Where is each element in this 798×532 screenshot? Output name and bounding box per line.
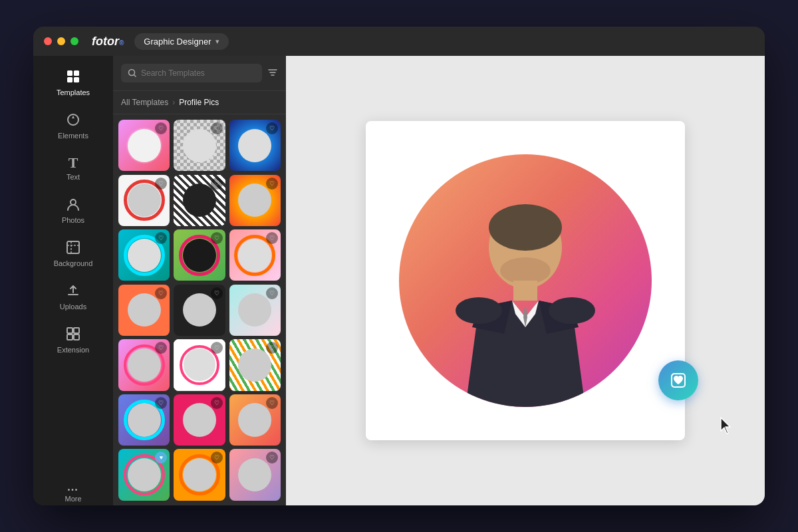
template-card[interactable]: ♡ xyxy=(118,120,170,171)
filter-icon[interactable] xyxy=(267,67,278,80)
app-window: fotor® Graphic Designer ▾ Templ xyxy=(33,27,765,505)
sidebar-item-elements[interactable]: Elements xyxy=(33,106,113,146)
template-panel: All Templates › Profile Pics ♡ xyxy=(113,56,286,505)
svg-rect-10 xyxy=(74,334,79,340)
uploads-icon xyxy=(66,283,80,300)
svg-rect-6 xyxy=(67,241,79,253)
templates-icon xyxy=(66,69,80,86)
heart-badge: ♡ xyxy=(266,287,278,299)
template-card[interactable]: ♡ xyxy=(229,229,281,281)
heart-badge: ♡ xyxy=(266,397,278,409)
extension-icon xyxy=(66,327,80,343)
heart-icon xyxy=(669,371,688,390)
sidebar-item-photos[interactable]: Photos xyxy=(33,190,113,231)
text-icon: T xyxy=(68,156,78,170)
heart-badge: ♡ xyxy=(155,287,167,299)
titlebar: fotor® Graphic Designer ▾ xyxy=(33,27,765,56)
heart-badge: ♡ xyxy=(211,452,223,464)
app-body: Templates Elements T Text xyxy=(33,56,765,505)
heart-badge: ♡ xyxy=(266,232,278,244)
breadcrumb-current: Profile Pics xyxy=(179,98,219,107)
sidebar-item-text[interactable]: T Text xyxy=(33,149,113,188)
svg-rect-15 xyxy=(513,281,537,301)
svg-rect-2 xyxy=(67,77,72,82)
sidebar-item-templates-label: Templates xyxy=(57,88,90,96)
svg-rect-1 xyxy=(74,70,79,76)
more-label: More xyxy=(65,495,81,503)
profile-circle xyxy=(399,154,652,407)
svg-point-16 xyxy=(456,297,502,324)
template-grid: ♡ ♡ ♡ xyxy=(113,114,286,505)
svg-point-17 xyxy=(549,297,595,324)
sidebar-item-background-label: Background xyxy=(54,259,93,267)
sidebar-item-extension[interactable]: Extension xyxy=(33,320,113,360)
template-card[interactable]: ♡ xyxy=(229,285,281,336)
template-card[interactable]: ♡ xyxy=(118,394,170,446)
maximize-button[interactable] xyxy=(70,37,78,45)
svg-rect-3 xyxy=(74,77,79,82)
svg-point-13 xyxy=(489,204,562,251)
template-card[interactable]: ♥ xyxy=(118,449,170,500)
sidebar-item-uploads-label: Uploads xyxy=(60,303,86,311)
breadcrumb: All Templates › Profile Pics xyxy=(113,91,286,114)
app-mode-selector[interactable]: Graphic Designer ▾ xyxy=(134,33,228,50)
sidebar: Templates Elements T Text xyxy=(33,56,113,505)
sidebar-item-text-label: Text xyxy=(66,173,80,181)
sidebar-item-background[interactable]: Background xyxy=(33,233,113,274)
app-mode-label: Graphic Designer xyxy=(144,37,211,47)
template-card[interactable]: ♡ xyxy=(118,339,170,390)
heart-badge: ♡ xyxy=(211,178,223,190)
template-card[interactable]: ♡ xyxy=(118,229,170,281)
person-illustration xyxy=(426,194,625,407)
chevron-down-icon: ▾ xyxy=(215,37,219,46)
template-card[interactable]: ♡ xyxy=(174,285,225,336)
heart-badge: ♡ xyxy=(266,122,278,134)
search-box[interactable] xyxy=(121,64,262,82)
breadcrumb-all-templates[interactable]: All Templates xyxy=(121,98,168,107)
cursor xyxy=(718,416,734,438)
template-card[interactable]: ♡ xyxy=(229,175,281,226)
elements-icon xyxy=(66,112,80,129)
svg-rect-0 xyxy=(67,70,72,76)
template-card[interactable]: ♡ xyxy=(118,285,170,336)
heart-badge: ♡ xyxy=(155,178,167,190)
more-options[interactable]: ••• More xyxy=(65,486,81,503)
canvas-card xyxy=(366,121,685,440)
minimize-button[interactable] xyxy=(57,37,65,45)
logo: fotor® xyxy=(92,35,124,49)
sidebar-item-extension-label: Extension xyxy=(57,346,89,354)
search-bar xyxy=(113,56,286,91)
save-favorite-button[interactable] xyxy=(658,360,698,400)
template-card[interactable]: ♡ xyxy=(174,339,225,390)
svg-point-5 xyxy=(70,200,76,205)
heart-badge: ♡ xyxy=(211,342,223,354)
heart-badge: ♡ xyxy=(211,287,223,299)
svg-point-14 xyxy=(500,257,551,284)
template-card[interactable]: ♡ xyxy=(174,449,225,500)
close-button[interactable] xyxy=(44,37,52,45)
heart-badge: ♡ xyxy=(211,397,223,409)
canvas-area xyxy=(286,56,765,505)
heart-badge: ♡ xyxy=(266,178,278,190)
heart-badge: ♡ xyxy=(211,232,223,244)
heart-badge: ♡ xyxy=(211,122,223,134)
template-card[interactable]: ♡ xyxy=(174,175,225,226)
svg-rect-7 xyxy=(67,328,72,333)
background-icon xyxy=(66,240,80,257)
template-card[interactable]: ♡ xyxy=(174,394,225,446)
template-card[interactable]: ♡ xyxy=(229,120,281,171)
sidebar-item-elements-label: Elements xyxy=(58,132,88,140)
breadcrumb-separator: › xyxy=(172,98,175,107)
search-input[interactable] xyxy=(141,68,255,78)
template-card[interactable]: ♡ xyxy=(174,229,225,281)
template-card[interactable]: ♡ xyxy=(174,120,225,171)
sidebar-item-uploads[interactable]: Uploads xyxy=(33,277,113,317)
svg-rect-8 xyxy=(74,328,79,333)
template-card[interactable]: ♡ xyxy=(229,449,281,500)
sidebar-item-templates[interactable]: Templates xyxy=(33,63,113,103)
photos-icon xyxy=(66,197,80,213)
template-card[interactable]: ♡ xyxy=(229,339,281,390)
template-card[interactable]: ♡ xyxy=(118,175,170,226)
template-card[interactable]: ♡ xyxy=(229,394,281,446)
svg-rect-9 xyxy=(67,334,72,340)
